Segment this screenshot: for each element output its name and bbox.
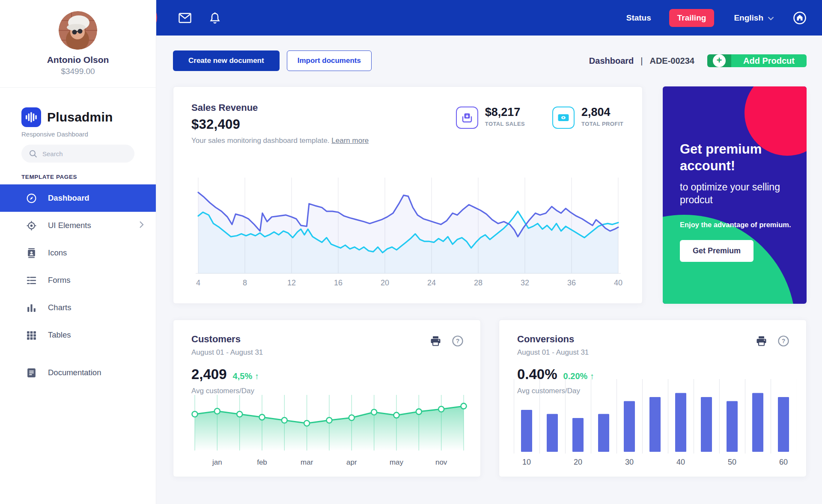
target-icon xyxy=(26,220,37,231)
svg-text:8: 8 xyxy=(243,279,247,287)
svg-text:12: 12 xyxy=(287,279,296,287)
svg-text:60: 60 xyxy=(779,458,788,466)
total-profit-stat: 2,804 TOTAL PROFIT xyxy=(552,107,623,129)
svg-text:20: 20 xyxy=(574,458,582,466)
id-card-icon xyxy=(26,247,37,258)
notifications-bell-icon[interactable] xyxy=(209,12,220,24)
mail-icon[interactable] xyxy=(179,13,191,23)
search-input[interactable] xyxy=(42,150,127,157)
breadcrumb-section[interactable]: Dashboard xyxy=(589,56,634,66)
search-box[interactable] xyxy=(21,145,134,163)
svg-text:50: 50 xyxy=(728,458,736,466)
main-content: Create new document Import documents Das… xyxy=(156,36,822,504)
conversions-tools: ? xyxy=(756,335,789,347)
add-product-plus-section: + xyxy=(707,54,731,67)
language-label: English xyxy=(734,13,763,23)
plusadmin-logo-icon xyxy=(21,107,41,127)
customers-title: Customers xyxy=(191,334,465,345)
breadcrumb-code: ADE-00234 xyxy=(649,56,694,66)
conversions-card: Conversions August 01 - August 31 ? 0.40… xyxy=(499,320,807,477)
home-icon[interactable] xyxy=(793,11,807,25)
sidebar: Antonio Olson $3499.00 Plusadmin Respons… xyxy=(0,0,156,504)
plus-circle-icon: + xyxy=(713,54,726,67)
svg-text:10: 10 xyxy=(522,458,531,466)
sidebar-item-label: Charts xyxy=(48,303,71,312)
premium-promo-card: Get premium account! to optimize your se… xyxy=(663,86,807,304)
profile-section: Antonio Olson $3499.00 xyxy=(0,0,156,88)
learn-more-link[interactable]: Learn more xyxy=(331,136,369,145)
svg-text:20: 20 xyxy=(381,279,389,287)
trailing-button[interactable]: Trailing xyxy=(669,9,715,27)
brand-tagline: Responsive Dashboard xyxy=(21,130,156,138)
create-document-button[interactable]: Create new document xyxy=(173,50,280,71)
sidebar-item-documentation[interactable]: Documentation xyxy=(0,359,156,386)
sidebar-item-forms[interactable]: Forms xyxy=(0,267,156,294)
get-premium-button[interactable]: Get Premium xyxy=(680,240,754,262)
sidebar-item-tables[interactable]: Tables xyxy=(0,321,156,349)
compass-icon xyxy=(26,193,37,204)
chevron-down-icon xyxy=(768,13,774,23)
sidebar-item-label: UI Elements xyxy=(48,221,91,230)
svg-text:?: ? xyxy=(782,338,786,344)
help-icon[interactable]: ? xyxy=(778,335,789,347)
sidebar-item-dashboard[interactable]: Dashboard xyxy=(0,184,156,212)
language-selector[interactable]: English xyxy=(734,13,774,23)
profile-balance: $3499.00 xyxy=(0,67,156,76)
sidebar-nav: Dashboard UI Elements Icons Forms xyxy=(0,184,156,386)
svg-text:28: 28 xyxy=(474,279,482,287)
sales-revenue-card: Sales Revenue $32,409 Your sales monitor… xyxy=(173,86,643,304)
premium-title: Get premium account! xyxy=(680,141,791,175)
section-label: TEMPLATE PAGES xyxy=(21,174,156,180)
premium-subtitle: to optimize your selling prodcut xyxy=(680,181,791,207)
brand-name: Plusadmin xyxy=(47,110,113,125)
print-icon[interactable] xyxy=(430,336,441,346)
customers-delta: 4,5% ↑ xyxy=(233,371,259,381)
sidebar-item-label: Dashboard xyxy=(48,193,89,203)
profile-name: Antonio Olson xyxy=(0,55,156,65)
actions-row: Create new document Import documents Das… xyxy=(173,50,807,71)
svg-text:?: ? xyxy=(456,338,460,344)
svg-text:40: 40 xyxy=(614,279,622,287)
sidebar-item-charts[interactable]: Charts xyxy=(0,294,156,321)
brand: Plusadmin Responsive Dashboard xyxy=(0,88,156,138)
sidebar-item-label: Documentation xyxy=(48,368,101,377)
sidebar-item-label: Forms xyxy=(48,276,70,285)
search-icon xyxy=(29,150,37,158)
customers-area-chart: janfebmaraprmaynov xyxy=(188,394,471,471)
import-documents-button[interactable]: Import documents xyxy=(287,50,372,71)
list-icon xyxy=(26,275,37,286)
sidebar-item-label: Tables xyxy=(48,330,71,340)
help-icon[interactable]: ? xyxy=(452,335,463,347)
status-link[interactable]: Status xyxy=(626,13,651,23)
grid-icon xyxy=(26,329,37,341)
svg-text:jan: jan xyxy=(212,458,222,466)
top-cards-row: Sales Revenue $32,409 Your sales monitor… xyxy=(173,86,807,304)
svg-text:nov: nov xyxy=(435,458,447,466)
bottom-cards-row: Customers August 01 - August 31 ? 2,409 … xyxy=(173,320,807,477)
sidebar-item-label: Icons xyxy=(48,248,67,258)
conversions-title: Conversions xyxy=(517,334,791,345)
svg-text:32: 32 xyxy=(521,279,529,287)
customers-period: August 01 - August 31 xyxy=(191,348,465,357)
sales-subtitle: Your sales monitoring dashboard template… xyxy=(191,136,625,145)
customers-value: 2,409 xyxy=(191,366,227,382)
sales-stats: $8,217 TOTAL SALES 2,804 TOTAL PROFIT xyxy=(456,107,623,129)
svg-text:30: 30 xyxy=(625,458,634,466)
avatar[interactable] xyxy=(59,11,97,50)
sidebar-item-ui-elements[interactable]: UI Elements xyxy=(0,212,156,239)
topbar: « Status Trailing English xyxy=(156,0,822,36)
total-profit-value: 2,804 xyxy=(581,107,623,118)
bar-chart-icon xyxy=(26,302,37,313)
add-product-button[interactable]: + Add Prodcut xyxy=(707,54,807,67)
sales-line-chart: 481216202428323640 xyxy=(193,178,623,291)
svg-text:apr: apr xyxy=(346,458,357,466)
breadcrumb-separator: | xyxy=(640,56,643,66)
inbox-save-icon xyxy=(456,107,478,129)
print-icon[interactable] xyxy=(756,336,767,346)
svg-text:24: 24 xyxy=(427,279,436,287)
add-product-label: Add Prodcut xyxy=(731,54,807,67)
svg-text:4: 4 xyxy=(196,279,200,287)
sidebar-item-icons[interactable]: Icons xyxy=(0,239,156,267)
topbar-right: Status Trailing English xyxy=(626,9,807,27)
premium-note: Enjoy the advantage of premium. xyxy=(680,221,791,229)
